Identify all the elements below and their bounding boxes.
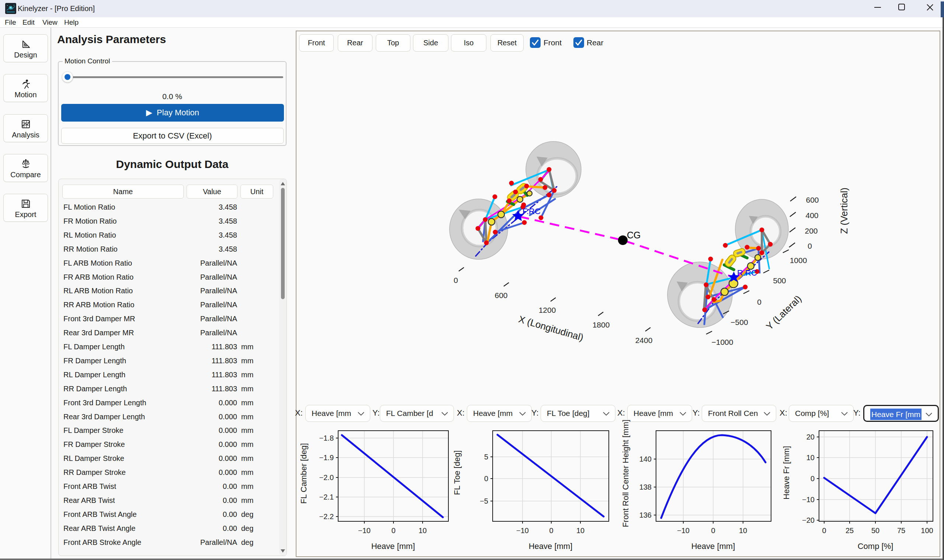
svg-text:−1000: −1000: [712, 338, 733, 346]
svg-text:−5: −5: [480, 497, 488, 505]
svg-text:10: 10: [418, 526, 427, 535]
svg-text:0: 0: [484, 474, 488, 483]
svg-text:X (Longitudinal): X (Longitudinal): [517, 314, 585, 343]
svg-text:20: 20: [807, 433, 814, 441]
svg-text:Z (Vertical): Z (Vertical): [839, 188, 850, 234]
svg-text:Heave Fr [mm]: Heave Fr [mm]: [782, 446, 791, 499]
svg-text:25: 25: [845, 526, 854, 535]
svg-text:100: 100: [921, 526, 933, 535]
svg-text:F.RC: F.RC: [523, 207, 541, 216]
svg-text:10: 10: [576, 526, 585, 535]
svg-text:Heave [mm]: Heave [mm]: [691, 542, 735, 551]
svg-text:−500: −500: [731, 318, 748, 326]
svg-text:0: 0: [711, 526, 715, 535]
svg-text:136: 136: [639, 511, 652, 519]
svg-text:−2.0: −2.0: [319, 474, 334, 482]
svg-text:−10: −10: [358, 526, 370, 535]
svg-text:50: 50: [872, 526, 879, 535]
svg-text:10: 10: [807, 454, 814, 462]
svg-text:0: 0: [808, 242, 812, 250]
svg-text:−2.2: −2.2: [319, 512, 334, 521]
svg-text:−10: −10: [516, 526, 529, 535]
svg-text:−20: −20: [802, 516, 814, 524]
svg-text:Y (Lateral): Y (Lateral): [764, 293, 804, 332]
svg-text:400: 400: [805, 211, 818, 220]
svg-text:600: 600: [806, 195, 819, 204]
svg-text:138: 138: [639, 483, 652, 491]
svg-text:FL Toe [deg]: FL Toe [deg]: [452, 450, 462, 495]
svg-text:Comp [%]: Comp [%]: [858, 542, 893, 551]
svg-text:0: 0: [453, 276, 458, 285]
svg-text:FL Camber [deg]: FL Camber [deg]: [299, 443, 308, 504]
svg-text:0: 0: [822, 526, 826, 535]
svg-text:−10: −10: [677, 526, 689, 535]
svg-text:−2.1: −2.1: [319, 493, 334, 501]
svg-text:500: 500: [773, 276, 786, 285]
svg-text:600: 600: [495, 291, 507, 300]
svg-text:0: 0: [757, 298, 762, 306]
svg-text:R.RC: R.RC: [737, 268, 757, 277]
svg-text:2400: 2400: [636, 336, 653, 345]
svg-text:CG: CG: [627, 230, 641, 240]
svg-text:−10: −10: [802, 495, 814, 504]
svg-text:200: 200: [805, 226, 818, 235]
svg-text:1200: 1200: [539, 306, 556, 314]
svg-text:0: 0: [810, 474, 814, 483]
svg-text:Heave [mm]: Heave [mm]: [371, 542, 415, 551]
svg-text:140: 140: [639, 455, 652, 463]
svg-text:0: 0: [549, 526, 553, 535]
svg-text:75: 75: [897, 526, 905, 535]
svg-text:−1.9: −1.9: [319, 454, 334, 462]
svg-text:0: 0: [391, 526, 395, 535]
svg-text:1800: 1800: [592, 320, 610, 329]
svg-text:Heave [mm]: Heave [mm]: [529, 542, 573, 551]
svg-text:1000: 1000: [790, 256, 807, 265]
svg-text:10: 10: [739, 526, 747, 535]
svg-text:Front Roll Center Height [mm]: Front Roll Center Height [mm]: [621, 420, 630, 527]
svg-text:5: 5: [484, 453, 488, 461]
svg-text:−1.8: −1.8: [319, 434, 334, 442]
